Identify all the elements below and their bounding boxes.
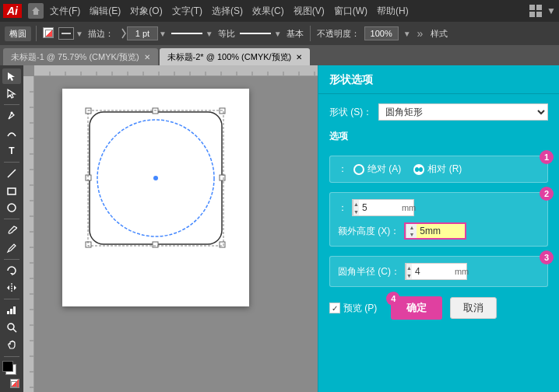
base-selector: ▼ — [240, 30, 282, 38]
menu-window[interactable]: 窗口(W) — [334, 5, 367, 18]
menu-effect[interactable]: 效果(C) — [252, 5, 284, 18]
radio-absolute[interactable]: 绝对 (A) — [353, 163, 401, 176]
tool-mirror[interactable] — [2, 280, 21, 296]
svg-rect-16 — [13, 306, 16, 314]
width-label: ： — [338, 201, 347, 215]
menu-edit[interactable]: 编辑(E) — [90, 5, 121, 18]
svg-rect-65 — [86, 175, 91, 180]
dialog: 形状选项 形状 (S)： 圆角矩形 矩形 椭圆 选项 1 — [318, 65, 559, 392]
svg-marker-5 — [8, 89, 15, 98]
menu-file[interactable]: 文件(F) — [50, 5, 80, 18]
menu-object[interactable]: 对象(O) — [130, 5, 162, 18]
svg-rect-14 — [7, 311, 9, 314]
app-logo: Ai — [3, 4, 22, 18]
shape-selector-label: 形状 (S)： — [329, 106, 372, 119]
tool-curvature[interactable] — [2, 126, 21, 142]
ok-button[interactable]: 4 确定 — [391, 296, 442, 320]
shape-selector-row: 形状 (S)： 圆角矩形 矩形 椭圆 — [329, 103, 548, 121]
stroke-color-box: ▼ — [41, 26, 83, 41]
left-toolbar: T — [0, 65, 23, 392]
main-area: T — [0, 65, 559, 392]
corner-unit: mm — [455, 267, 471, 276]
radio-relative[interactable]: 相对 (R) — [413, 163, 462, 176]
dialog-title: 形状选项 — [318, 65, 559, 94]
preview-checkbox-item[interactable]: ✓ 预览 (P) — [329, 302, 377, 315]
width-spinner: ▲ ▼ — [353, 200, 359, 215]
badge-1: 1 — [540, 150, 554, 164]
style-label: 样式 — [431, 28, 448, 40]
dropdown-arrow: ▼ — [547, 5, 556, 16]
tool-hand[interactable] — [2, 337, 21, 352]
stroke-value-input[interactable] — [127, 26, 158, 40]
tool-paintbrush[interactable] — [2, 222, 21, 238]
width-input-box: ▲ ▼ mm — [352, 199, 414, 216]
corner-input[interactable] — [412, 266, 455, 277]
width-row: ： ▲ ▼ mm — [338, 199, 540, 216]
tab-2-close[interactable]: ✕ — [296, 53, 302, 61]
corner-spin-up[interactable]: ▲ — [406, 264, 412, 271]
svg-rect-64 — [220, 108, 225, 114]
tabs-bar: 未标题-1 @ 75.79% (CMYK/预览) ✕ 未标题-2* @ 100%… — [0, 45, 559, 65]
color-swatches[interactable] — [2, 361, 21, 376]
base-dropdown[interactable]: ▼ — [274, 30, 282, 38]
tool-line[interactable] — [2, 166, 21, 181]
cancel-button[interactable]: 取消 — [450, 297, 497, 319]
badge-3: 3 — [540, 250, 554, 264]
menu-text[interactable]: 文字(T) — [172, 5, 202, 18]
corner-spin-down[interactable]: ▼ — [406, 271, 412, 279]
menu-view[interactable]: 视图(V) — [294, 5, 325, 18]
badge-4: 4 — [386, 292, 400, 306]
expand-arrow[interactable]: » — [417, 27, 424, 40]
radio-relative-circle — [413, 164, 424, 175]
extra-height-spin-down[interactable]: ▼ — [406, 231, 417, 238]
tool-type[interactable]: T — [2, 143, 21, 159]
width-input[interactable] — [359, 202, 402, 213]
tool-zoom[interactable] — [2, 320, 21, 335]
tool-ellipse[interactable] — [2, 200, 21, 215]
tool-rotate[interactable] — [2, 263, 21, 278]
tool-pencil[interactable] — [2, 240, 21, 256]
radio-colon: ： — [338, 163, 347, 176]
radio-group: 绝对 (A) 相对 (R) — [353, 163, 462, 176]
opacity-dropdown[interactable]: ▼ — [403, 30, 411, 38]
menu-select[interactable]: 选择(S) — [212, 5, 243, 18]
stroke-indicator[interactable] — [41, 26, 57, 41]
tool-selection[interactable] — [2, 68, 21, 84]
tool-chart[interactable] — [2, 303, 21, 318]
tool-rectangle[interactable] — [2, 183, 21, 198]
width-spin-up[interactable]: ▲ — [353, 200, 359, 208]
opacity-input[interactable] — [364, 26, 399, 40]
home-icon[interactable] — [28, 3, 44, 19]
svg-rect-68 — [153, 242, 158, 247]
menu-items: 文件(F) 编辑(E) 对象(O) 文字(T) 选择(S) 效果(C) 视图(V… — [50, 5, 409, 18]
stroke-dropdown[interactable]: ▼ — [159, 30, 167, 38]
radio-absolute-circle — [353, 164, 364, 175]
canvas-area: 形状选项 形状 (S)： 圆角矩形 矩形 椭圆 选项 1 — [23, 65, 559, 392]
ruler-vertical — [23, 76, 34, 392]
tab-1[interactable]: 未标题-1 @ 75.79% (CMYK/预览) ✕ — [3, 48, 158, 65]
stroke-style-dropdown[interactable]: ▼ — [206, 30, 213, 38]
menu-help[interactable]: 帮助(H) — [377, 5, 409, 18]
tab-1-label: 未标题-1 @ 75.79% (CMYK/预览) — [11, 51, 139, 63]
shape-selector[interactable]: 圆角矩形 矩形 椭圆 — [378, 103, 548, 121]
stroke-fill-toggle[interactable] — [2, 377, 21, 389]
radio-row: ： 绝对 (A) 相对 (R) — [338, 163, 540, 176]
width-spin-down[interactable]: ▼ — [353, 208, 359, 215]
tool-direct-selection[interactable] — [2, 86, 21, 101]
tab-1-close[interactable]: ✕ — [144, 53, 150, 61]
svg-rect-62 — [86, 108, 91, 114]
stroke-type-selector[interactable] — [58, 27, 74, 40]
badge-2: 2 — [540, 187, 554, 201]
dropdown-stroke-arrow[interactable]: ▼ — [76, 30, 83, 38]
extra-height-spin-up[interactable]: ▲ — [406, 224, 417, 231]
extra-height-input[interactable] — [417, 226, 459, 236]
dialog-footer: ✓ 预览 (P) 4 确定 取消 — [329, 296, 548, 320]
svg-point-61 — [153, 176, 158, 180]
tab-2[interactable]: 未标题-2* @ 100% (CMYK/预览) ✕ — [160, 48, 311, 65]
tool-pen[interactable] — [2, 108, 21, 124]
svg-marker-13 — [14, 285, 16, 290]
svg-line-18 — [13, 329, 16, 332]
shape-group — [82, 104, 230, 252]
toolbar: 椭圆 ▼ 描边： ▼ ▼ 等比 ▼ 基本 不透明度： ▼ » 样式 — [0, 22, 559, 45]
preview-checkbox[interactable]: ✓ — [329, 303, 340, 313]
